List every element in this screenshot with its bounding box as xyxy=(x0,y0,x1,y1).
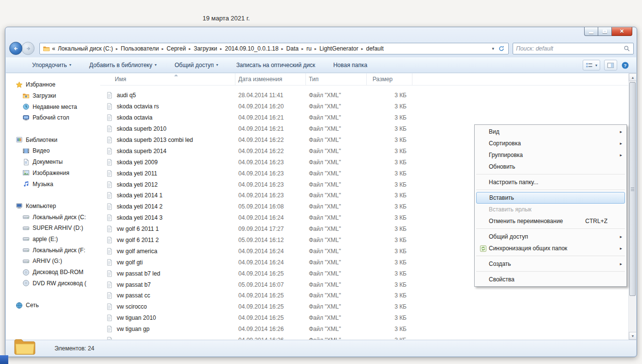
vertical-scrollbar[interactable]: ▲ ▼ xyxy=(628,73,636,340)
preview-pane-button[interactable] xyxy=(604,60,617,70)
sidebar-item[interactable]: SUPER ARHIV (D:) xyxy=(6,223,100,234)
file-row[interactable]: audi q528.04.2014 11:41Файл "XML"3 КБ xyxy=(100,90,628,101)
navigation-pane: ИзбранноеЗагрузкиНедавние местаРабочий с… xyxy=(6,73,100,340)
breadcrumb-chevron-icon[interactable]: ▸ xyxy=(302,47,303,51)
sidebar-item[interactable]: Изображения xyxy=(6,168,100,179)
breadcrumb-item[interactable]: Сергей xyxy=(167,45,186,52)
sidebar-item[interactable]: Локальный диск (F: xyxy=(6,244,100,256)
sidebar-group-label: Компьютер xyxy=(26,203,56,209)
sidebar-item[interactable]: Рабочий стол xyxy=(6,112,100,123)
breadcrumb-item[interactable]: 2014.09.10_0.0.1.18 xyxy=(225,45,278,52)
breadcrumb-item[interactable]: default xyxy=(366,45,384,52)
toolbar-button[interactable]: Записать на оптический диск xyxy=(235,60,317,70)
sidebar-group[interactable]: Избранное xyxy=(6,79,100,90)
context-menu-item[interactable]: Группировка▸ xyxy=(475,149,626,161)
context-menu-item[interactable]: Обновить xyxy=(475,161,626,173)
sidebar-group[interactable]: Библиотеки xyxy=(6,134,100,145)
computer-icon xyxy=(16,202,23,209)
sidebar-item[interactable]: Недавние места xyxy=(6,101,100,112)
file-row[interactable]: vw scirocco04.09.2014 16:25Файл "XML"3 К… xyxy=(100,301,628,312)
file-row[interactable]: skoda octavia rs04.09.2014 16:20Файл "XM… xyxy=(100,101,628,112)
context-menu-item[interactable]: Сортировка▸ xyxy=(475,138,626,149)
forward-button[interactable] xyxy=(21,42,35,55)
column-header-name[interactable]: Имя xyxy=(100,73,235,85)
toolbar-button[interactable]: Общий доступ▾ xyxy=(174,60,219,70)
scroll-up-icon[interactable]: ▲ xyxy=(629,73,636,81)
help-button[interactable]: ? xyxy=(621,60,629,70)
breadcrumb-item[interactable]: ru xyxy=(306,45,312,52)
file-size: 3 КБ xyxy=(367,170,412,177)
sidebar-item[interactable]: apple (E:) xyxy=(6,234,100,245)
file-row[interactable]: skoda octavia04.09.2014 16:21Файл "XML"3… xyxy=(100,112,628,123)
sidebar-item[interactable]: Загрузки xyxy=(6,90,100,102)
search-input[interactable] xyxy=(513,45,623,52)
sidebar-item[interactable]: Локальный диск (C: xyxy=(6,211,100,223)
breadcrumb-item[interactable]: LightGenerator xyxy=(320,45,358,52)
breadcrumb-item[interactable]: Пользователи xyxy=(121,45,159,52)
document-icon xyxy=(22,158,30,166)
sidebar-group[interactable]: Компьютер xyxy=(6,201,100,212)
context-menu-item[interactable]: Вставить xyxy=(476,192,625,204)
breadcrumb-chevron-icon[interactable]: ▸ xyxy=(220,47,222,51)
address-dropdown-button[interactable]: ▾ xyxy=(489,46,497,51)
sidebar-spacer xyxy=(6,289,100,300)
submenu-arrow-icon: ▸ xyxy=(620,141,623,146)
breadcrumb-chevron-icon[interactable]: ▸ xyxy=(315,47,317,51)
column-header-size[interactable]: Размер xyxy=(367,73,412,85)
context-menu-item[interactable]: Вид▸ xyxy=(475,126,626,138)
toolbar-button[interactable]: Добавить в библиотеку▾ xyxy=(88,60,158,70)
file-type: Файл "XML" xyxy=(306,270,367,277)
scrollbar-thumb[interactable] xyxy=(629,82,636,296)
breadcrumb-chevron-icon[interactable]: ▸ xyxy=(162,47,164,51)
file-date: 04.09.2014 16:23 xyxy=(235,159,306,166)
context-menu-item[interactable]: Свойства xyxy=(475,274,626,285)
context-menu-item[interactable]: Настроить папку... xyxy=(475,176,626,188)
sidebar-group[interactable]: Сеть xyxy=(6,300,100,311)
breadcrumb-item[interactable]: Локальный диск (C:) xyxy=(58,45,113,52)
context-menu-item[interactable]: Общий доступ▸ xyxy=(475,231,626,243)
breadcrumb-item[interactable]: Data xyxy=(286,45,299,52)
address-bar[interactable]: « Локальный диск (C:)▸Пользователи▸Серге… xyxy=(39,43,509,54)
toolbar-button[interactable]: Новая папка xyxy=(332,60,368,70)
file-type: Файл "XML" xyxy=(306,281,367,288)
breadcrumb-item[interactable]: Загрузки xyxy=(194,45,217,52)
column-header-type[interactable]: Тип xyxy=(306,73,367,85)
file-row[interactable]: 04.09.2014 16:26Файл "XML"3 КБ xyxy=(100,335,628,340)
sidebar-item[interactable]: Видео xyxy=(6,145,100,156)
context-menu-item[interactable]: Создать▸ xyxy=(475,258,626,270)
file-row[interactable]: vw tiguan gp04.09.2014 16:26Файл "XML"3 … xyxy=(100,324,628,335)
minimize-button[interactable] xyxy=(584,27,598,36)
refresh-icon[interactable] xyxy=(497,45,506,52)
scroll-down-icon[interactable]: ▼ xyxy=(629,332,636,340)
context-menu: Вид▸Сортировка▸Группировка▸ОбновитьНастр… xyxy=(474,124,627,287)
file-name: vw scirocco xyxy=(117,303,235,310)
breadcrumb-chevron-icon[interactable]: ▸ xyxy=(361,47,363,51)
breadcrumb-chevron-icon[interactable]: ▸ xyxy=(189,47,191,51)
context-menu-item[interactable]: Синхронизация общих папок▸ xyxy=(475,243,626,254)
breadcrumb-overflow-chevron[interactable]: « xyxy=(52,45,55,52)
change-view-button[interactable]: ▾ xyxy=(583,60,600,70)
file-date: 04.09.2014 16:21 xyxy=(235,114,306,121)
file-xml-icon xyxy=(106,136,114,144)
breadcrumb-chevron-icon[interactable]: ▸ xyxy=(282,47,284,51)
back-button[interactable] xyxy=(9,42,22,55)
sidebar-item[interactable]: DVD RW дисковод ( xyxy=(6,277,100,289)
column-header-date[interactable]: Дата изменения xyxy=(235,73,306,85)
file-row[interactable]: vw passat cc04.09.2014 16:25Файл "XML"3 … xyxy=(100,290,628,301)
file-size: 3 КБ xyxy=(367,92,412,99)
sidebar-item[interactable]: ARHIV (G:) xyxy=(6,256,100,267)
context-menu-item[interactable]: Вставить ярлык xyxy=(475,204,626,215)
sidebar-item-label: DVD RW дисковод ( xyxy=(33,280,87,287)
sidebar-item[interactable]: Дисковод BD-ROM xyxy=(6,267,100,278)
context-menu-item[interactable]: Отменить переименованиеCTRL+Z xyxy=(475,215,626,227)
command-toolbar: Упорядочить▾Добавить в библиотеку▾Общий … xyxy=(6,57,636,73)
toolbar-button[interactable]: Упорядочить▾ xyxy=(31,60,72,70)
close-button[interactable]: ✕ xyxy=(612,27,632,36)
file-row[interactable]: vw tiguan 201004.09.2014 16:25Файл "XML"… xyxy=(100,312,628,324)
sidebar-item[interactable]: Музыка xyxy=(6,178,100,190)
breadcrumb-chevron-icon[interactable]: ▸ xyxy=(116,47,118,51)
sync-icon xyxy=(480,245,487,252)
maximize-button[interactable] xyxy=(598,27,612,36)
disk-icon xyxy=(22,213,30,221)
sidebar-item[interactable]: Документы xyxy=(6,156,100,168)
